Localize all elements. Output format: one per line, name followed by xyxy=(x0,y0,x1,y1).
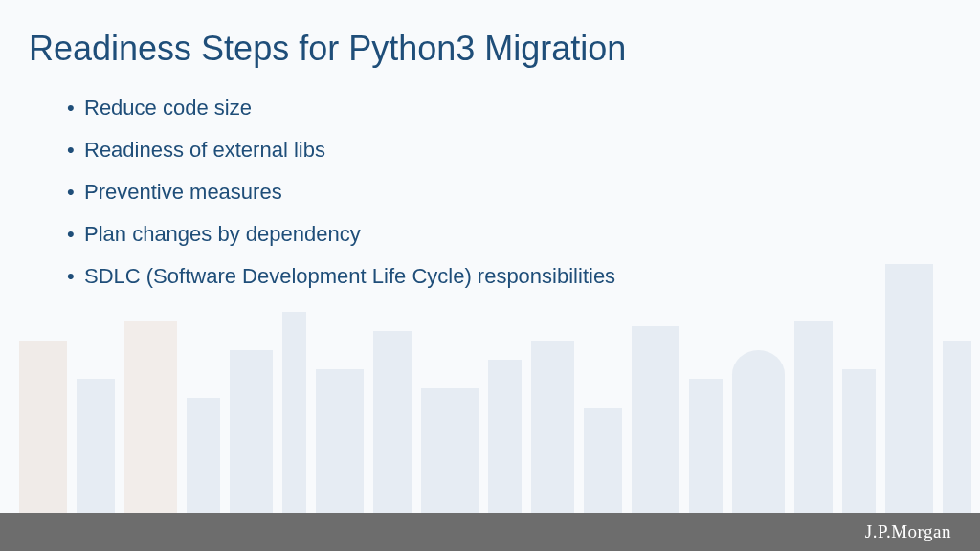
brand-logo: J.P.Morgan xyxy=(865,521,951,542)
slide-content: Readiness Steps for Python3 Migration Re… xyxy=(0,0,980,289)
bullet-item: Preventive measures xyxy=(67,180,951,205)
bullet-item: Readiness of external libs xyxy=(67,138,951,163)
bullet-item: SDLC (Software Development Life Cycle) r… xyxy=(67,264,951,289)
slide-title: Readiness Steps for Python3 Migration xyxy=(29,29,951,69)
footer-bar: J.P.Morgan xyxy=(0,513,980,551)
bullet-item: Plan changes by dependency xyxy=(67,222,951,247)
bullet-list: Reduce code size Readiness of external l… xyxy=(29,96,951,289)
bullet-item: Reduce code size xyxy=(67,96,951,121)
